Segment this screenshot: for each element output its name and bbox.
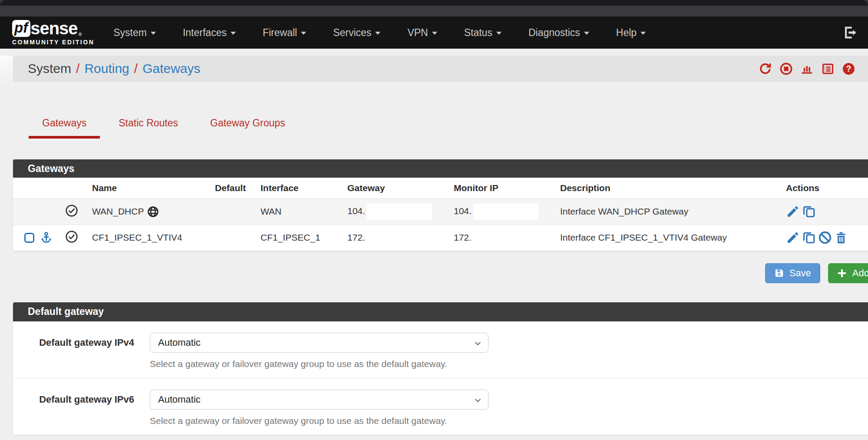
breadcrumb-gateways-link[interactable]: Gateways <box>142 61 200 76</box>
pfsense-logo[interactable]: pfsense® COMMUNITY EDITION <box>12 20 94 46</box>
help-icon[interactable]: ? <box>842 62 855 76</box>
redacted-value <box>473 203 538 220</box>
gateway-address: 172. <box>347 232 365 242</box>
edit-icon[interactable] <box>786 231 800 245</box>
col-gateway: Gateway <box>347 178 454 198</box>
copy-icon[interactable] <box>802 205 816 218</box>
page-toolbar: ? <box>759 62 855 76</box>
monitor-ip: 104. <box>454 206 472 216</box>
edit-icon[interactable] <box>786 205 800 218</box>
default-gateway-globe-icon <box>147 206 159 218</box>
default-gateway-panel: Default gateway Default gateway IPv4 Aut… <box>13 302 868 435</box>
default-gateway-ipv6-help: Select a gateway or failover gateway gro… <box>150 416 868 426</box>
default-gateway-ipv4-help: Select a gateway or failover gateway gro… <box>150 359 868 369</box>
gateways-table: Name Default Interface Gateway Monitor I… <box>13 178 868 251</box>
default-gateway-ipv4-select[interactable]: Automatic <box>150 333 488 353</box>
gateway-description: Interface CF1_IPSEC_1_VTIV4 Gateway <box>560 225 786 251</box>
gateway-name: CF1_IPSEC_1_VTIV4 <box>92 232 182 242</box>
add-button[interactable]: Add <box>828 263 868 283</box>
page-content: System / Routing / Gateways <box>0 56 868 440</box>
breadcrumb-routing-link[interactable]: Routing <box>84 61 129 76</box>
delete-icon[interactable] <box>834 231 848 245</box>
monitor-ip: 172. <box>454 232 472 242</box>
menu-diagnostics[interactable]: Diagnostics <box>528 27 589 39</box>
window-chrome <box>0 0 868 17</box>
gateways-panel: Gateways Name Default Interface Gateway … <box>13 159 868 251</box>
enabled-check-circle-icon <box>65 204 78 217</box>
tab-gateway-groups[interactable]: Gateway Groups <box>197 117 299 139</box>
refresh-icon[interactable] <box>759 62 772 76</box>
logo-pf: pf <box>12 20 30 37</box>
svg-text:?: ? <box>846 64 851 73</box>
status-chart-icon[interactable] <box>800 62 814 76</box>
col-monitor-ip: Monitor IP <box>454 178 560 198</box>
stop-icon[interactable] <box>779 62 793 76</box>
caret-down-icon <box>584 32 589 35</box>
redacted-value <box>367 203 432 220</box>
default-gateway-panel-title: Default gateway <box>13 302 868 321</box>
col-actions: Actions <box>786 178 868 198</box>
logo-edition: COMMUNITY EDITION <box>12 39 94 46</box>
plus-icon <box>837 268 847 278</box>
gateway-status-cell <box>65 198 92 225</box>
default-gateway-ipv4-row: Default gateway IPv4 Automatic Select a … <box>13 321 868 378</box>
breadcrumb: System / Routing / Gateways <box>13 56 868 82</box>
save-button[interactable]: Save <box>765 263 820 283</box>
caret-down-icon <box>496 32 502 35</box>
anchor-icon[interactable] <box>40 231 53 245</box>
breadcrumb-separator: / <box>76 61 79 76</box>
gateway-interface: WAN <box>261 198 347 225</box>
table-row: CF1_IPSEC_1_VTIV4 CF1_IPSEC_1 172. 172. … <box>13 225 868 251</box>
window-strip <box>0 6 868 17</box>
col-default: Default <box>215 178 261 198</box>
menu-vpn[interactable]: VPN <box>407 27 437 39</box>
enabled-check-circle-icon <box>65 230 78 243</box>
nav-menu: System Interfaces Firewall Services VPN … <box>113 27 843 39</box>
default-gateway-ipv6-label: Default gateway IPv6 <box>13 390 150 426</box>
caret-down-icon <box>640 32 646 35</box>
gateway-interface: CF1_IPSEC_1 <box>261 225 347 251</box>
copy-icon[interactable] <box>802 231 816 245</box>
gateways-panel-title: Gateways <box>13 159 868 178</box>
default-gateway-ipv4-label: Default gateway IPv4 <box>13 333 150 369</box>
row-select-checkbox[interactable] <box>24 233 34 243</box>
col-interface: Interface <box>261 178 347 198</box>
gateway-description: Interface WAN_DHCP Gateway <box>560 198 786 225</box>
breadcrumb-separator: / <box>134 61 138 76</box>
gateway-address: 104. <box>347 206 365 216</box>
menu-interfaces[interactable]: Interfaces <box>183 27 236 39</box>
disable-icon[interactable] <box>818 231 832 245</box>
logo-registered-mark: ® <box>79 32 82 37</box>
gateway-status-cell <box>65 225 92 251</box>
tab-static-routes[interactable]: Static Routes <box>105 117 191 139</box>
default-gateway-ipv6-select[interactable]: Automatic <box>150 390 488 410</box>
window-top-edge <box>0 0 868 6</box>
gateway-default <box>215 198 261 225</box>
logout-icon[interactable] <box>843 25 858 40</box>
chevron-down-icon <box>474 397 482 404</box>
chevron-down-icon <box>474 340 482 347</box>
tab-gateways[interactable]: Gateways <box>29 117 100 139</box>
breadcrumb-system: System <box>28 61 71 76</box>
gateway-default <box>215 225 261 251</box>
top-navbar: pfsense® COMMUNITY EDITION System Interf… <box>0 17 868 49</box>
tab-bar: Gateways Static Routes Gateway Groups <box>29 117 868 139</box>
caret-down-icon <box>231 32 236 35</box>
menu-services[interactable]: Services <box>333 27 380 39</box>
default-gateway-ipv6-row: Default gateway IPv6 Automatic Select a … <box>13 378 868 435</box>
menu-help[interactable]: Help <box>616 27 646 39</box>
table-actions: Save Add <box>13 263 868 283</box>
menu-status[interactable]: Status <box>464 27 502 39</box>
log-icon[interactable] <box>821 62 835 76</box>
save-floppy-icon <box>774 268 784 278</box>
col-name: Name <box>92 178 215 198</box>
col-description: Description <box>560 178 786 198</box>
menu-system[interactable]: System <box>113 27 156 39</box>
logo-sense: sense <box>30 20 77 37</box>
caret-down-icon <box>301 32 306 35</box>
table-row: WAN_DHCP WAN 104. 104. <box>13 198 868 225</box>
table-header-row: Name Default Interface Gateway Monitor I… <box>13 178 868 198</box>
caret-down-icon <box>432 32 437 35</box>
menu-firewall[interactable]: Firewall <box>263 27 306 39</box>
caret-down-icon <box>375 32 380 35</box>
